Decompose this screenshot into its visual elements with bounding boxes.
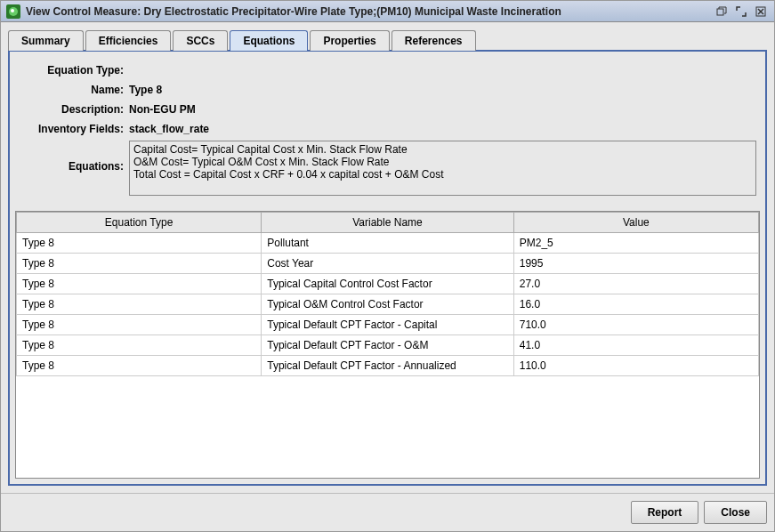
table-empty-area (16, 376, 759, 478)
cell-eq_type: Type 8 (17, 274, 262, 294)
tab-equations[interactable]: Equations (230, 30, 308, 51)
variables-table-container: Equation Type Variable Name Value Type 8… (15, 211, 760, 479)
close-button[interactable]: Close (704, 501, 767, 524)
cell-var_name: Typical Default CPT Factor - Capital (262, 315, 514, 335)
tab-strip: Summary Efficiencies SCCs Equations Prop… (1, 22, 774, 50)
cell-eq_type: Type 8 (17, 335, 262, 356)
cell-value: 27.0 (513, 274, 758, 294)
inventory-fields-value: stack_flow_rate (129, 121, 209, 135)
table-row[interactable]: Type 8Typical Default CPT Factor - O&M41… (17, 335, 759, 356)
tab-properties[interactable]: Properties (310, 30, 389, 51)
inventory-fields-label: Inventory Fields: (19, 121, 129, 135)
tab-sccs[interactable]: SCCs (173, 30, 228, 51)
cell-eq_type: Type 8 (17, 294, 262, 315)
cell-value: 1995 (513, 254, 758, 274)
table-row[interactable]: Type 8Cost Year1995 (17, 254, 759, 274)
equations-label: Equations: (19, 141, 129, 173)
col-equation-type[interactable]: Equation Type (17, 213, 262, 233)
cell-value: 16.0 (513, 294, 758, 315)
button-bar: Report Close (1, 493, 774, 531)
report-button[interactable]: Report (631, 501, 699, 524)
cell-var_name: Typical Default CPT Factor - Annualized (262, 356, 514, 376)
cell-eq_type: Type 8 (17, 356, 262, 376)
description-value: Non-EGU PM (129, 101, 196, 116)
svg-point-1 (11, 9, 14, 12)
cell-var_name: Pollutant (262, 233, 514, 254)
table-row[interactable]: Type 8PollutantPM2_5 (17, 233, 759, 254)
tab-references[interactable]: References (392, 30, 476, 51)
window-frame: View Control Measure: Dry Electrostatic … (0, 0, 775, 532)
name-value: Type 8 (129, 82, 162, 96)
cell-value: PM2_5 (513, 233, 758, 254)
cell-value: 41.0 (513, 335, 758, 356)
tab-efficiencies[interactable]: Efficiencies (85, 30, 172, 51)
variables-table: Equation Type Variable Name Value Type 8… (16, 212, 759, 376)
cell-var_name: Typical Capital Control Cost Factor (262, 274, 514, 294)
restore-icon[interactable] (714, 4, 730, 19)
cell-eq_type: Type 8 (17, 233, 262, 254)
table-row[interactable]: Type 8Typical Capital Control Cost Facto… (17, 274, 759, 294)
col-value[interactable]: Value (513, 213, 758, 233)
cell-var_name: Typical Default CPT Factor - O&M (262, 335, 514, 356)
table-row[interactable]: Type 8Typical Default CPT Factor - Capit… (17, 315, 759, 335)
table-row[interactable]: Type 8Typical Default CPT Factor - Annua… (17, 356, 759, 376)
name-label: Name: (19, 82, 129, 96)
window-title: View Control Measure: Dry Electrostatic … (26, 5, 708, 18)
cell-var_name: Cost Year (262, 254, 514, 274)
col-variable-name[interactable]: Variable Name (262, 213, 514, 233)
close-icon[interactable] (753, 4, 769, 19)
equation-type-label: Equation Type: (19, 62, 129, 77)
form-area: Equation Type: Name: Type 8 Description:… (15, 57, 760, 207)
tab-summary[interactable]: Summary (8, 30, 84, 51)
maximize-icon[interactable] (733, 4, 749, 19)
cell-eq_type: Type 8 (17, 254, 262, 274)
titlebar: View Control Measure: Dry Electrostatic … (1, 1, 774, 22)
equations-box (129, 141, 756, 198)
cell-value: 710.0 (513, 315, 758, 335)
description-label: Description: (19, 101, 129, 116)
equations-textarea[interactable] (129, 141, 756, 196)
cell-eq_type: Type 8 (17, 315, 262, 335)
app-icon (6, 4, 20, 19)
cell-var_name: Typical O&M Control Cost Factor (262, 294, 514, 315)
cell-value: 110.0 (513, 356, 758, 376)
table-row[interactable]: Type 8Typical O&M Control Cost Factor16.… (17, 294, 759, 315)
svg-rect-2 (717, 9, 723, 15)
tab-content: Equation Type: Name: Type 8 Description:… (8, 50, 767, 486)
titlebar-buttons (714, 4, 769, 19)
